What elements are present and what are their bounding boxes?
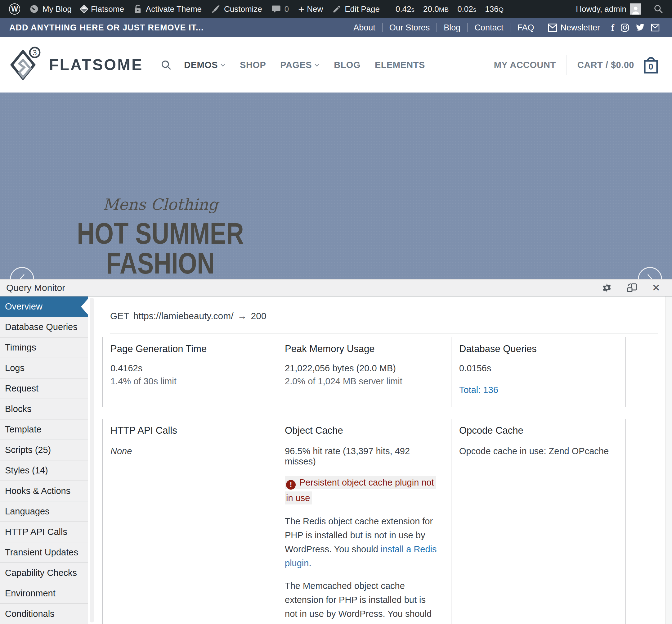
qm-menu-conditionals[interactable]: Conditionals [0,604,88,624]
peak-memory-caption: 2.0% of 1,024 MB server limit [285,376,438,387]
qm-menu-request[interactable]: Request [0,379,88,399]
admin-bar-comments[interactable]: 0 [267,0,294,18]
query-monitor-panel: Query Monitor ✕ Overview [0,279,672,624]
object-cache-warning: !Persistent object cache plugin not in u… [285,475,438,506]
qm-cell-opcode-cache: Opcode Cache Opcode cache in use: Zend O… [451,419,626,624]
site-header: 3 FLATSOME DEMOS SHOP PAGES BLOG ELEMENT… [0,37,672,93]
qm-cell-peak-memory: Peak Memory Usage 21,022,056 bytes (20.0… [277,337,451,407]
divider [566,55,567,75]
qm-menu-logs[interactable]: Logs [0,358,88,379]
nav-item-elements[interactable]: ELEMENTS [375,60,425,70]
flatsome-label: Flatsome [91,4,124,14]
qm-menu-scripts[interactable]: Scripts (25) [0,440,88,460]
qm-menu-timings[interactable]: Timings [0,337,88,358]
admin-bar-customize[interactable]: Customize [206,0,267,18]
pencil-icon [332,5,341,14]
qm-cell-http-api: HTTP API Calls None [103,419,277,624]
cell-heading: Opcode Cache [459,425,613,436]
admin-bar-my-blog[interactable]: My Blog [25,0,76,18]
topbar-link-about[interactable]: About [347,23,382,33]
cart-label: CART / $0.00 [577,60,634,70]
edit-page-label: Edit Page [345,4,380,14]
arrow-right-glyph: → [238,311,247,321]
warning-icon: ! [286,480,296,490]
instagram-icon[interactable] [620,23,629,32]
admin-bar-new[interactable]: + New [294,0,328,18]
page-generation-value: 0.4162s [110,363,264,373]
admin-bar-edit-page[interactable]: Edit Page [328,0,384,18]
nav-item-blog[interactable]: BLOG [334,60,360,70]
unlock-icon [133,4,142,14]
paintbrush-icon [211,4,220,14]
avatar [630,3,641,15]
qm-menu-overview[interactable]: Overview [0,296,88,317]
qm-menu-styles[interactable]: Styles (14) [0,460,88,481]
comments-count: 0 [285,4,289,14]
install-memcached-plugin-link[interactable]: install a Memcached plugin [285,623,394,624]
cart-link[interactable]: CART / $0.00 0 [577,55,660,75]
db-total-link[interactable]: Total: 136 [459,385,498,395]
qm-panel-title: Query Monitor [6,283,65,293]
topbar-link-blog[interactable]: Blog [437,23,467,33]
admin-bar-howdy[interactable]: Howdy, admin [571,0,646,18]
facebook-icon[interactable]: f [611,23,614,32]
qm-settings-button[interactable] [601,283,612,293]
nav-item-shop[interactable]: SHOP [240,60,266,70]
activate-theme-label: Activate Theme [146,4,201,14]
qm-menu-hooks-actions[interactable]: Hooks & Actions [0,481,88,501]
qm-menu-database-queries[interactable]: Database Queries [0,317,88,337]
object-cache-hit-rate: 96.5% hit rate (13,397 hits, 492 misses) [285,446,438,467]
header-search-button[interactable] [160,59,171,71]
admin-bar-flatsome[interactable]: Flatsome [76,0,129,18]
topbar-link-our-stores[interactable]: Our Stores [382,23,437,33]
admin-bar-search[interactable] [649,0,668,18]
qm-menu-environment[interactable]: Environment [0,583,88,604]
qm-overview-row-2: HTTP API Calls None Object Cache 96.5% h… [102,419,658,624]
customize-label: Customize [224,4,262,14]
qm-menu-transient-updates[interactable]: Transient Updates [0,542,88,563]
query-monitor-admin-stats[interactable]: 0.42s 20.0MB 0.02s 136Q [393,0,507,18]
admin-bar-activate-theme[interactable]: Activate Theme [129,0,206,18]
main-navigation: DEMOS SHOP PAGES BLOG ELEMENTS [184,60,425,70]
site-logo[interactable]: 3 FLATSOME [9,46,143,83]
newsletter-link[interactable]: Newsletter [541,23,607,33]
http-api-value: None [110,446,264,457]
cell-heading: Database Queries [459,343,613,355]
qm-menu-template[interactable]: Template [0,419,88,440]
opcode-cache-value: Opcode cache in use: Zend OPcache [459,446,613,457]
nav-item-demos[interactable]: DEMOS [184,60,225,70]
redis-notice: The Redis object cache extension for PHP… [285,514,438,570]
qm-menu-http-api-calls[interactable]: HTTP API Calls [0,522,88,542]
qm-menu-languages[interactable]: Languages [0,501,88,522]
dashboard-gauge-icon [29,4,39,14]
qm-stat-dbtime: 0.02s [457,4,476,14]
hero-title: HOT SUMMER FASHION [29,218,292,278]
request-url: https://lamiebeauty.com/ [133,311,234,321]
envelope-icon [548,23,557,32]
qm-stat-memory: 20.0MB [423,4,449,14]
twitter-icon[interactable] [636,24,645,32]
chevron-down-icon [220,63,225,67]
qm-position-button[interactable] [626,283,638,293]
qm-menu-capability-checks[interactable]: Capability Checks [0,563,88,583]
qm-content-scrollbar[interactable] [666,296,672,624]
nav-item-pages[interactable]: PAGES [280,60,320,70]
memcached-notice: The Memcached object cache extension for… [285,579,438,624]
qm-cell-object-cache: Object Cache 96.5% hit rate (13,397 hits… [277,419,451,624]
topbar-link-contact[interactable]: Contact [467,23,510,33]
qm-title-bar[interactable]: Query Monitor ✕ [0,279,672,296]
qm-close-button[interactable]: ✕ [652,283,660,293]
qm-menu-scrollbar[interactable] [88,296,96,624]
flatsome-diamond-icon [80,5,88,14]
my-account-link[interactable]: MY ACCOUNT [494,60,556,70]
request-status: 200 [251,311,267,321]
mail-icon[interactable] [651,23,660,32]
wp-logo-menu[interactable]: W [4,0,25,18]
wp-admin-bar: W My Blog Flatsome Activate Theme Custom… [0,0,672,18]
svg-text:3: 3 [33,48,36,57]
logo-wordmark: FLATSOME [49,56,143,74]
howdy-label: Howdy, admin [576,4,626,14]
search-icon [160,59,171,71]
qm-menu-blocks[interactable]: Blocks [0,399,88,419]
topbar-link-faq[interactable]: FAQ [510,23,541,33]
